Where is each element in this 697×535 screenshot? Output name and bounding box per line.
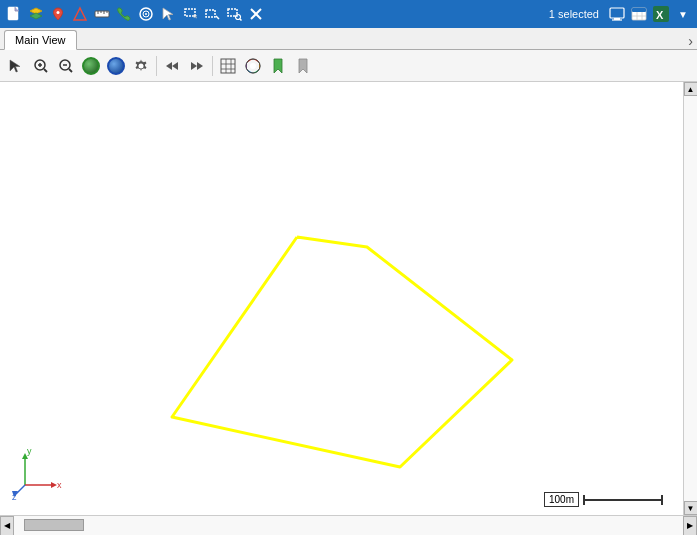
svg-text:y: y [27,446,32,456]
scale-label: 100m [544,492,663,507]
svg-rect-16 [206,10,215,17]
select-cross-icon[interactable] [202,4,222,24]
triangle-icon[interactable] [70,4,90,24]
close-tool-icon[interactable] [246,4,266,24]
scale-text: 100m [544,492,579,507]
svg-text:z: z [12,492,17,500]
new-file-icon[interactable] [4,4,24,24]
svg-line-40 [69,69,72,72]
second-toolbar [0,50,697,82]
bookmark-gray-icon[interactable] [291,54,315,78]
svg-line-20 [240,19,242,21]
svg-marker-56 [299,59,307,73]
map-pin-icon[interactable] [48,4,68,24]
svg-marker-46 [191,62,197,70]
zoom-in-icon[interactable] [29,54,53,78]
table-data-icon[interactable] [629,4,649,24]
tab-bar: Main View › [0,28,697,50]
svg-marker-13 [163,8,173,20]
scroll-track-vertical[interactable] [684,96,697,501]
svg-point-42 [139,63,144,68]
axis-indicator: y x z [10,445,60,495]
selected-count-badge: 1 selected [543,8,605,20]
svg-marker-45 [197,62,203,70]
rewind-icon[interactable] [160,54,184,78]
svg-rect-27 [632,8,646,12]
svg-point-54 [250,63,256,69]
cursor-tool-icon[interactable] [158,4,178,24]
scroll-left-button[interactable]: ◀ [0,516,14,536]
scroll-track-horizontal[interactable] [14,516,683,535]
globe-green-icon[interactable] [79,54,103,78]
scale-bar: 100m [544,492,663,507]
svg-marker-55 [274,59,282,73]
scrollbar-thumb-horizontal[interactable] [24,519,84,531]
bottom-scrollbar: ◀ ▶ [0,515,697,535]
svg-rect-23 [610,8,624,18]
svg-line-17 [216,16,219,19]
svg-marker-43 [166,62,172,70]
scroll-down-button[interactable]: ▼ [684,501,698,515]
ruler-icon[interactable] [92,4,112,24]
svg-point-19 [236,15,241,20]
globe-blue-icon[interactable] [104,54,128,78]
svg-marker-15 [194,14,197,18]
svg-line-37 [44,69,47,72]
selected-shape [172,237,512,467]
toolbar-sep-1 [156,56,157,76]
layers-icon[interactable] [26,4,46,24]
svg-marker-4 [74,8,86,20]
phone-icon[interactable] [114,4,134,24]
svg-marker-33 [10,60,20,72]
toolbar-sep-2 [212,56,213,76]
svg-rect-47 [221,59,235,73]
svg-rect-14 [185,9,195,16]
right-scrollbar: ▲ ▼ [683,82,697,515]
svg-line-61 [15,485,25,495]
grid-view-icon[interactable] [216,54,240,78]
bookmark-green-icon[interactable] [266,54,290,78]
tab-scroll-right-icon[interactable]: › [684,33,697,49]
scroll-right-button[interactable]: ▶ [683,516,697,536]
map-svg [0,82,683,515]
zoom-region-icon[interactable] [224,4,244,24]
color-palette-icon[interactable] [241,54,265,78]
select-arrow-icon[interactable] [4,54,28,78]
target-icon[interactable] [136,4,156,24]
select-rect-icon[interactable] [180,4,200,24]
map-canvas[interactable]: y x z 100m [0,82,683,515]
svg-text:X: X [656,9,664,21]
zoom-out-icon[interactable] [54,54,78,78]
top-toolbar: 1 selected X ▼ [0,0,697,28]
excel-icon[interactable]: X [651,4,671,24]
svg-point-3 [57,11,60,14]
svg-point-12 [145,13,147,15]
monitor-icon[interactable] [607,4,627,24]
forward-icon[interactable] [185,54,209,78]
svg-text:x: x [57,480,62,490]
svg-marker-44 [172,62,178,70]
toolbar-dropdown-icon[interactable]: ▼ [673,4,693,24]
scroll-up-button[interactable]: ▲ [684,82,698,96]
svg-rect-18 [228,9,237,16]
main-view-tab[interactable]: Main View [4,30,77,50]
svg-marker-2 [30,13,42,19]
settings-gear-icon[interactable] [129,54,153,78]
